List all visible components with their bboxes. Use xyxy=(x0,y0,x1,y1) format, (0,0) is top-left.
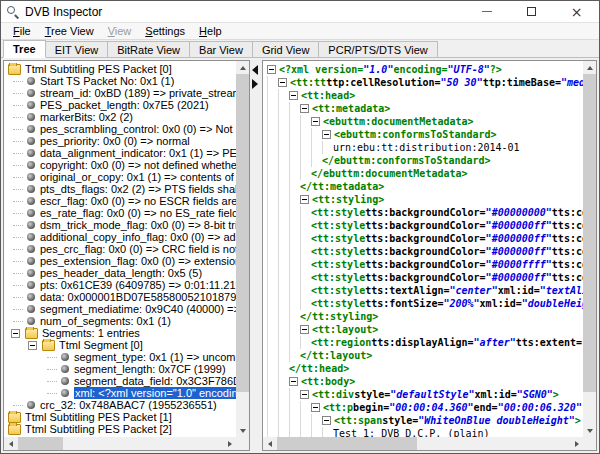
tree-item[interactable]: crc_32: 0x748ABAC7 (1955236551) xyxy=(4,399,236,411)
tree-item[interactable]: pes_crc_flag: 0x0 (0) => CRC field is no… xyxy=(4,243,236,255)
tree-item[interactable]: Ttml Subtitling PES Packet [2] xyxy=(4,423,236,435)
tab-bitrate-view[interactable]: BitRate View xyxy=(107,41,190,58)
collapse-toggle[interactable] xyxy=(311,403,320,412)
tab-eit-view[interactable]: EIT View xyxy=(45,41,109,58)
collapse-toggle[interactable] xyxy=(300,325,309,334)
menu-help[interactable]: Help xyxy=(192,24,229,38)
xml-line[interactable]: <ebuttm:documentMetadata> xyxy=(267,115,583,128)
xml-line[interactable]: <tt:head> xyxy=(267,89,583,102)
scroll-down-button[interactable] xyxy=(583,424,596,437)
scroll-thumb[interactable] xyxy=(277,437,417,450)
tab-grid-view[interactable]: Grid View xyxy=(252,41,319,58)
tree-item[interactable]: markerBits: 0x2 (2) xyxy=(4,111,236,123)
scroll-down-button[interactable] xyxy=(236,424,249,437)
tree-item[interactable]: pts: 0x61CE39 (6409785) => 0:01:11.2198 xyxy=(4,279,236,291)
tree-item[interactable]: Ttml Subtitling PES Packet [1] xyxy=(4,411,236,423)
scroll-left-button[interactable] xyxy=(4,437,17,450)
tree-item[interactable]: segment_mediatime: 0x9C40 (40000) => (* … xyxy=(4,303,236,315)
xml-line[interactable]: <tt:layout> xyxy=(267,323,583,336)
xml-line[interactable]: </tt:styling> xyxy=(267,310,583,323)
xml-line[interactable]: </tt:metadata> xyxy=(267,180,583,193)
scroll-up-button[interactable] xyxy=(236,61,249,74)
collapse-toggle[interactable] xyxy=(322,130,331,139)
xml-line[interactable]: <tt:tt ttp:cellResolution="50 30" ttp:ti… xyxy=(267,76,583,89)
tree-item[interactable]: pes_scrambling_control: 0x0 (0) => Not s… xyxy=(4,123,236,135)
collapse-toggle[interactable] xyxy=(278,78,287,87)
tree-item[interactable]: PES_packet_length: 0x7E5 (2021) xyxy=(4,99,236,111)
tab-pcr-pts-dts-view[interactable]: PCR/PTS/DTS View xyxy=(318,41,437,58)
xml-line[interactable]: <ebuttm:conformsToStandard> xyxy=(267,128,583,141)
xml-line[interactable]: <tt:style tts:backgroundColor="#0000ffff… xyxy=(267,258,583,271)
tree-item[interactable]: data: 0x000001BD07E58580052101879C730000… xyxy=(4,291,236,303)
xml-line[interactable]: </ebuttm:conformsToStandard> xyxy=(267,154,583,167)
scroll-thumb[interactable] xyxy=(236,74,249,392)
tree-item[interactable]: pes_priority: 0x0 (0) => normal xyxy=(4,135,236,147)
tree-item[interactable]: segment_type: 0x1 (1) => uncompressed TT… xyxy=(4,351,236,363)
xml-line[interactable]: <tt:style tts:backgroundColor="#000000ff… xyxy=(267,245,583,258)
close-button[interactable]: × xyxy=(554,1,599,22)
minimize-button[interactable] xyxy=(464,1,509,22)
collapse-toggle[interactable] xyxy=(300,195,309,204)
collapse-toggle[interactable] xyxy=(289,91,298,100)
scroll-right-button[interactable] xyxy=(570,437,583,450)
xml-line[interactable]: <tt:region tts:displayAlign="after" tts:… xyxy=(267,336,583,349)
tree-item[interactable]: Ttml Segment [0] xyxy=(4,339,236,351)
collapse-toggle[interactable] xyxy=(300,390,309,399)
tree-item[interactable]: segment_length: 0x7CF (1999) xyxy=(4,363,236,375)
menu-file[interactable]: File xyxy=(6,24,38,38)
xml-line[interactable]: <?xml version="1.0" encoding="UTF-8"?> xyxy=(267,63,583,76)
collapse-toggle[interactable] xyxy=(267,65,276,74)
collapse-toggle[interactable] xyxy=(11,329,20,338)
xml-line[interactable]: <tt:styling> xyxy=(267,193,583,206)
tree-item[interactable]: copyright: 0x0 (0) => not defined whethe… xyxy=(4,159,236,171)
xml-line[interactable]: </tt:head> xyxy=(267,362,583,375)
xml-line[interactable]: <tt:style tts:backgroundColor="#000000ff… xyxy=(267,271,583,284)
tree-item[interactable]: stream_id: 0xBD (189) => private_stream_… xyxy=(4,87,236,99)
xml-line[interactable]: <tt:style tts:backgroundColor="#000000ff… xyxy=(267,219,583,232)
scroll-up-button[interactable] xyxy=(583,61,596,74)
collapse-toggle[interactable] xyxy=(322,416,331,425)
tree-item[interactable]: num_of_segments: 0x1 (1) xyxy=(4,315,236,327)
xml-line[interactable]: urn:ebu:tt:distribution:2014-01 xyxy=(267,141,583,154)
menu-settings[interactable]: Settings xyxy=(138,24,192,38)
tree-item[interactable]: additional_copy_info_flag: 0x0 (0) => ad… xyxy=(4,231,236,243)
split-divider[interactable] xyxy=(250,60,262,451)
xml-line[interactable]: </tt:layout> xyxy=(267,349,583,362)
tree-item[interactable]: Start TS Packet No: 0x1 (1) xyxy=(4,75,236,87)
maximize-button[interactable] xyxy=(509,1,554,22)
xml-line[interactable]: </ebuttm:documentMetadata> xyxy=(267,167,583,180)
tree-item[interactable]: pes_extension_flag: 0x0 (0) => extension… xyxy=(4,255,236,267)
tree-item[interactable]: pes_header_data_length: 0x5 (5) xyxy=(4,267,236,279)
tree-vertical-scrollbar[interactable] xyxy=(236,61,249,437)
menu-tree-view[interactable]: Tree View xyxy=(38,24,101,38)
collapse-right-icon[interactable] xyxy=(252,79,258,89)
collapse-toggle[interactable] xyxy=(311,117,320,126)
tree-item[interactable]: Ttml Subtitling PES Packet [0] xyxy=(4,63,236,75)
xml-line[interactable]: <tt:div style="defaultStyle" xml:id="SGN… xyxy=(267,388,583,401)
scroll-right-button[interactable] xyxy=(223,437,236,450)
xml-line[interactable]: Test 1: DVB D.C.P. (plain) xyxy=(267,427,583,437)
scroll-thumb[interactable] xyxy=(583,74,596,392)
collapse-toggle[interactable] xyxy=(28,341,37,350)
tab-bar-view[interactable]: Bar View xyxy=(189,41,253,58)
tree-item[interactable]: segment_data_field: 0x3C3F786D6C20766572… xyxy=(4,375,236,387)
tree-item[interactable]: pts_dts_flags: 0x2 (2) => PTS fields sha… xyxy=(4,183,236,195)
tree-item[interactable]: escr_flag: 0x0 (0) => no ESCR fields are… xyxy=(4,195,236,207)
xml-line[interactable]: <tt:p begin="00:00:04.360" end="00:00:06… xyxy=(267,401,583,414)
xml-horizontal-scrollbar[interactable] xyxy=(263,437,583,450)
xml-line[interactable]: <tt:metadata> xyxy=(267,102,583,115)
tree-item[interactable]: dsm_trick_mode_flag: 0x0 (0) => 8-bit tr… xyxy=(4,219,236,231)
xml-vertical-scrollbar[interactable] xyxy=(583,61,596,437)
xml-line[interactable]: <tt:style tts:fontSize="200%" xml:id="do… xyxy=(267,297,583,310)
tree-item[interactable]: data_alignment_indicator: 0x1 (1) => PES… xyxy=(4,147,236,159)
scroll-left-button[interactable] xyxy=(263,437,276,450)
tab-tree[interactable]: Tree xyxy=(3,40,46,58)
tree-item[interactable]: original_or_copy: 0x1 (1) => contents of… xyxy=(4,171,236,183)
collapse-toggle[interactable] xyxy=(300,104,309,113)
tree-item[interactable]: Segments: 1 entries xyxy=(4,327,236,339)
xml-line[interactable]: <tt:style tts:backgroundColor="#000000ff… xyxy=(267,232,583,245)
xml-line[interactable]: <tt:style tts:textAlign="center" xml:id=… xyxy=(267,284,583,297)
scroll-thumb[interactable] xyxy=(18,437,63,450)
collapse-left-icon[interactable] xyxy=(252,65,258,75)
tree-item[interactable]: xml: <?xml version="1.0" encoding="UTF-8… xyxy=(4,387,236,399)
